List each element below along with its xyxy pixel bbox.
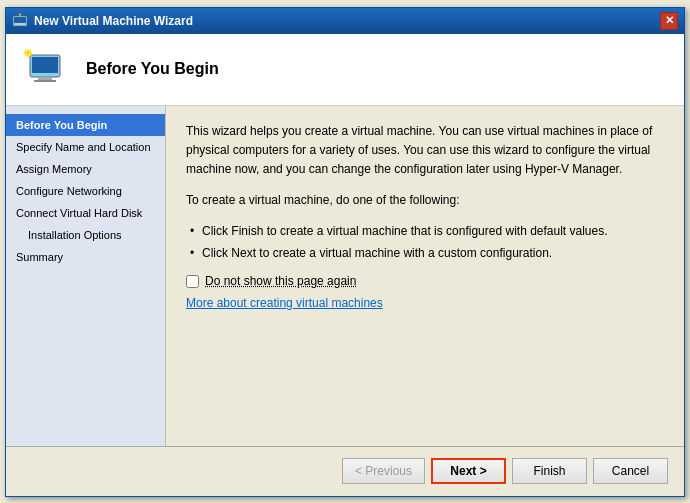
wizard-title-icon xyxy=(12,13,28,29)
sidebar-item-assign-memory[interactable]: Assign Memory xyxy=(6,158,165,180)
header-wizard-icon xyxy=(22,45,70,93)
sidebar-item-installation-options[interactable]: Installation Options xyxy=(6,224,165,246)
content-area: Before You Begin Specify Name and Locati… xyxy=(6,106,684,446)
title-bar-left: New Virtual Machine Wizard xyxy=(12,13,193,29)
main-content: This wizard helps you create a virtual m… xyxy=(166,106,684,446)
svg-line-17 xyxy=(25,55,27,57)
sidebar-item-configure-networking[interactable]: Configure Networking xyxy=(6,180,165,202)
svg-rect-8 xyxy=(34,80,56,82)
wizard-window: New Virtual Machine Wizard ✕ xyxy=(5,7,685,497)
svg-rect-2 xyxy=(15,23,25,25)
title-bar: New Virtual Machine Wizard ✕ xyxy=(6,8,684,34)
svg-point-9 xyxy=(26,51,30,55)
header-banner: Before You Begin xyxy=(6,34,684,106)
learn-more-link[interactable]: More about creating virtual machines xyxy=(186,296,383,310)
sidebar-item-specify-name[interactable]: Specify Name and Location xyxy=(6,136,165,158)
cancel-button[interactable]: Cancel xyxy=(593,458,668,484)
previous-button[interactable]: < Previous xyxy=(342,458,425,484)
sidebar: Before You Begin Specify Name and Locati… xyxy=(6,106,166,446)
finish-button[interactable]: Finish xyxy=(512,458,587,484)
footer: < Previous Next > Finish Cancel xyxy=(6,446,684,496)
close-button[interactable]: ✕ xyxy=(660,12,678,30)
svg-point-3 xyxy=(19,13,21,15)
svg-rect-7 xyxy=(38,77,52,80)
sidebar-item-connect-vhd[interactable]: Connect Virtual Hard Disk xyxy=(6,202,165,224)
svg-line-16 xyxy=(30,50,32,52)
next-button[interactable]: Next > xyxy=(431,458,506,484)
header-title: Before You Begin xyxy=(86,60,219,78)
checkbox-row: Do not show this page again xyxy=(186,274,664,288)
svg-rect-6 xyxy=(32,57,58,73)
svg-rect-1 xyxy=(14,17,26,23)
checkbox-label[interactable]: Do not show this page again xyxy=(205,274,356,288)
paragraph1: This wizard helps you create a virtual m… xyxy=(186,122,664,180)
sidebar-item-before-you-begin[interactable]: Before You Begin xyxy=(6,114,165,136)
svg-line-14 xyxy=(25,50,27,52)
bullet-item-1: Click Finish to create a virtual machine… xyxy=(186,222,664,240)
svg-line-15 xyxy=(30,55,32,57)
subheading: To create a virtual machine, do one of t… xyxy=(186,191,664,210)
bullet-item-2: Click Next to create a virtual machine w… xyxy=(186,244,664,262)
sidebar-item-summary[interactable]: Summary xyxy=(6,246,165,268)
title-bar-text: New Virtual Machine Wizard xyxy=(34,14,193,28)
bullet-list: Click Finish to create a virtual machine… xyxy=(186,222,664,262)
do-not-show-checkbox[interactable] xyxy=(186,275,199,288)
